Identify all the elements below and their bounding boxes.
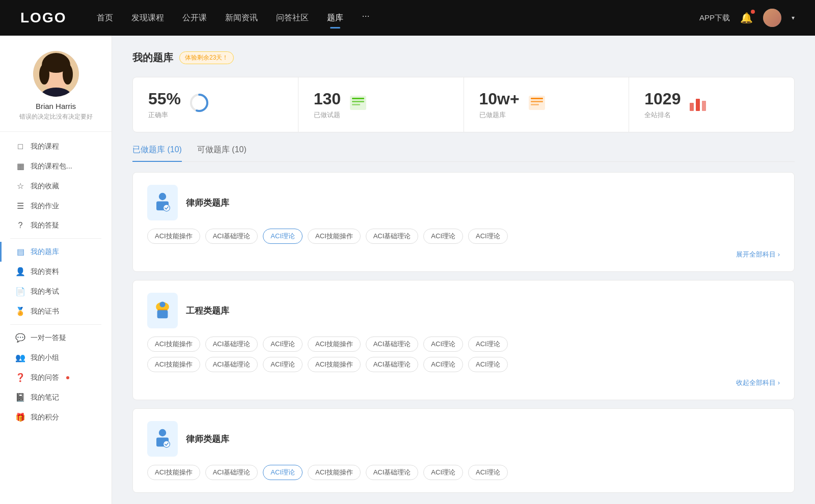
app-download-button[interactable]: APP下载 bbox=[699, 13, 730, 23]
stat-questions-value: 130 bbox=[314, 90, 341, 108]
chevron-down-icon[interactable]: ▾ bbox=[792, 14, 795, 21]
sidebar-item-my-qa[interactable]: ❓ 我的问答 bbox=[0, 368, 112, 387]
trial-badge: 体验剩余23天！ bbox=[179, 51, 234, 64]
sidebar-item-my-cert[interactable]: 🏅 我的证书 bbox=[0, 301, 112, 321]
expand-button[interactable]: 展开全部科目 › bbox=[736, 250, 780, 259]
notification-bell[interactable]: 🔔 bbox=[740, 12, 753, 24]
sidebar-item-my-question[interactable]: ? 我的答疑 bbox=[0, 216, 112, 235]
sidebar-item-my-package[interactable]: ▦ 我的课程包... bbox=[0, 156, 112, 176]
points-icon: 🎁 bbox=[15, 412, 25, 422]
sidebar-item-my-profile[interactable]: 👤 我的资料 bbox=[0, 262, 112, 282]
nav-more[interactable]: ··· bbox=[362, 11, 369, 25]
nav-exam[interactable]: 题库 bbox=[327, 11, 343, 25]
profile-icon: 👤 bbox=[15, 267, 25, 276]
sidebar-item-my-points[interactable]: 🎁 我的积分 bbox=[0, 407, 112, 427]
package-icon: ▦ bbox=[15, 161, 25, 171]
tag[interactable]: ACI基础理论 bbox=[205, 337, 258, 352]
tag[interactable]: ACI基础理论 bbox=[205, 465, 258, 480]
page-header: 我的题库 体验剩余23天！ bbox=[132, 51, 795, 65]
bank-card-engineer: 工程类题库 ACI技能操作 ACI基础理论 ACI理论 ACI技能操作 ACI基… bbox=[132, 280, 795, 400]
sidebar-item-label: 我的积分 bbox=[31, 413, 59, 422]
stat-ranking-value: 1029 bbox=[644, 90, 681, 108]
sidebar-item-my-notes[interactable]: 📓 我的笔记 bbox=[0, 387, 112, 407]
tag[interactable]: ACI理论 bbox=[423, 229, 463, 244]
bank-icon: ▤ bbox=[15, 247, 25, 257]
svg-rect-13 bbox=[352, 104, 360, 105]
sidebar-username: Brian Harris bbox=[36, 102, 76, 110]
tag[interactable]: ACI理论 bbox=[423, 337, 463, 352]
tag[interactable]: ACI理论 bbox=[423, 357, 463, 372]
sidebar-item-my-course[interactable]: □ 我的课程 bbox=[0, 137, 112, 156]
tag[interactable]: ACI技能操作 bbox=[147, 337, 200, 352]
sidebar-item-my-collection[interactable]: ☆ 我的收藏 bbox=[0, 176, 112, 196]
tag[interactable]: ACI理论 bbox=[468, 229, 508, 244]
logo[interactable]: LOGO bbox=[20, 10, 66, 26]
sidebar-item-label: 我的考试 bbox=[31, 287, 59, 296]
questions-icon bbox=[349, 94, 367, 116]
stat-accuracy-label: 正确率 bbox=[148, 110, 181, 120]
star-icon: ☆ bbox=[15, 181, 25, 191]
tag[interactable]: ACI理论 bbox=[468, 465, 508, 480]
nav-news[interactable]: 新闻资讯 bbox=[225, 11, 258, 25]
tag[interactable]: ACI技能操作 bbox=[147, 229, 200, 244]
stat-banks-value: 10w+ bbox=[479, 90, 520, 108]
bank-card-lawyer-1: 律师类题库 ACI技能操作 ACI基础理论 ACI理论 ACI技能操作 ACI基… bbox=[132, 172, 795, 272]
stat-ranking: 1029 全站排名 bbox=[629, 77, 794, 132]
sidebar-item-label: 我的课程包... bbox=[31, 162, 72, 171]
tag[interactable]: ACI技能操作 bbox=[308, 357, 361, 372]
tag[interactable]: ACI技能操作 bbox=[147, 465, 200, 480]
tag[interactable]: ACI基础理论 bbox=[366, 229, 419, 244]
tag[interactable]: ACI基础理论 bbox=[205, 357, 258, 372]
stat-banks-label: 已做题库 bbox=[479, 110, 520, 120]
navbar: LOGO 首页 发现课程 公开课 新闻资讯 问答社区 题库 ··· APP下载 … bbox=[0, 0, 815, 36]
sidebar-item-label: 我的资料 bbox=[31, 267, 59, 276]
divider2 bbox=[10, 324, 101, 325]
banks-icon bbox=[528, 94, 546, 116]
tag-active[interactable]: ACI理论 bbox=[263, 229, 303, 244]
tag[interactable]: ACI理论 bbox=[263, 357, 303, 372]
tag[interactable]: ACI理论 bbox=[423, 465, 463, 480]
main-layout: Brian Harris 错误的决定比没有决定要好 □ 我的课程 ▦ 我的课程包… bbox=[0, 0, 815, 504]
tag[interactable]: ACI理论 bbox=[468, 357, 508, 372]
tag-active[interactable]: ACI理论 bbox=[263, 465, 303, 480]
tag[interactable]: ACI技能操作 bbox=[147, 357, 200, 372]
svg-rect-12 bbox=[352, 101, 364, 102]
tag[interactable]: ACI技能操作 bbox=[308, 229, 361, 244]
svg-rect-16 bbox=[531, 101, 543, 102]
sidebar-item-my-bank[interactable]: ▤ 我的题库 bbox=[0, 242, 112, 262]
svg-rect-17 bbox=[531, 104, 539, 105]
nav-home[interactable]: 首页 bbox=[97, 11, 113, 25]
chat-icon: 💬 bbox=[15, 333, 25, 343]
sidebar-item-my-group[interactable]: 👥 我的小组 bbox=[0, 348, 112, 368]
sidebar-item-my-homework[interactable]: ☰ 我的作业 bbox=[0, 196, 112, 216]
svg-rect-27 bbox=[157, 310, 168, 318]
tab-available[interactable]: 可做题库 (10) bbox=[197, 145, 247, 161]
tag[interactable]: ACI基础理论 bbox=[366, 465, 419, 480]
collapse-button[interactable]: 收起全部科目 › bbox=[736, 378, 780, 387]
profile-avatar[interactable] bbox=[33, 51, 79, 97]
tag[interactable]: ACI基础理论 bbox=[366, 337, 419, 352]
nav-open-course[interactable]: 公开课 bbox=[182, 11, 207, 25]
sidebar-item-one-on-one[interactable]: 💬 一对一答疑 bbox=[0, 328, 112, 348]
tag[interactable]: ACI基础理论 bbox=[205, 229, 258, 244]
sidebar-item-my-exam[interactable]: 📄 我的考试 bbox=[0, 282, 112, 301]
tab-done[interactable]: 已做题库 (10) bbox=[132, 145, 182, 161]
course-icon: □ bbox=[15, 142, 25, 151]
sidebar: Brian Harris 错误的决定比没有决定要好 □ 我的课程 ▦ 我的课程包… bbox=[0, 36, 112, 504]
tag[interactable]: ACI技能操作 bbox=[308, 465, 361, 480]
engineer-bank-tags-row2: ACI技能操作 ACI基础理论 ACI理论 ACI技能操作 ACI基础理论 AC… bbox=[147, 357, 780, 372]
tag[interactable]: ACI理论 bbox=[263, 337, 303, 352]
svg-point-6 bbox=[43, 54, 69, 73]
nav-menu: 首页 发现课程 公开课 新闻资讯 问答社区 题库 ··· bbox=[97, 11, 699, 25]
tag[interactable]: ACI理论 bbox=[468, 337, 508, 352]
svg-rect-20 bbox=[702, 101, 706, 111]
page-title: 我的题库 bbox=[132, 51, 173, 65]
sidebar-item-label: 我的证书 bbox=[31, 307, 59, 316]
tag[interactable]: ACI基础理论 bbox=[366, 357, 419, 372]
sidebar-item-label: 我的小组 bbox=[31, 353, 59, 362]
stats-row: 55% 正确率 130 已做试题 bbox=[132, 77, 795, 132]
avatar[interactable] bbox=[763, 9, 781, 27]
nav-qa[interactable]: 问答社区 bbox=[276, 11, 309, 25]
nav-discover[interactable]: 发现课程 bbox=[131, 11, 164, 25]
tag[interactable]: ACI技能操作 bbox=[308, 337, 361, 352]
